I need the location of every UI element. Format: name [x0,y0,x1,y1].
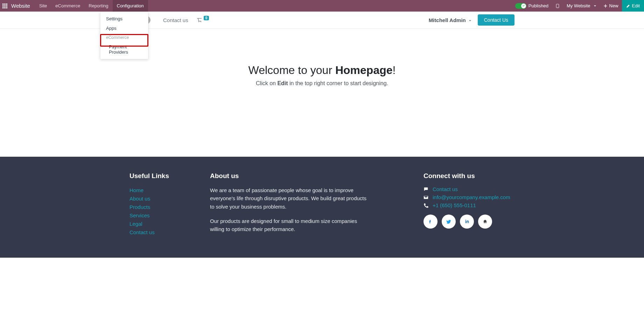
footer-link-contact[interactable]: Contact us [130,228,189,237]
hero-title-prefix: Welcome to your [248,64,335,76]
pencil-icon [626,4,630,8]
svg-rect-7 [4,7,6,8]
new-button[interactable]: New [600,0,622,12]
phone-icon [424,203,428,208]
cart-button[interactable]: 0 [192,17,214,23]
social-twitter[interactable] [442,215,456,229]
publish-label: Published [528,3,548,8]
footer-link-services[interactable]: Services [130,211,189,220]
chat-icon [424,187,428,192]
svg-rect-1 [4,4,6,5]
footer: Useful Links Home About us Products Serv… [0,157,644,258]
dropdown-apps[interactable]: Apps [100,23,148,33]
about-paragraph-2: Our products are designed for small to m… [210,217,368,233]
dropdown-group-ecommerce: eCommerce [100,33,148,42]
facebook-icon [428,219,433,224]
hero-sub-suffix: in the top right corner to start designi… [288,80,388,86]
edit-button[interactable]: Edit [622,0,644,12]
menubar-left: Website Site eCommerce Reporting Configu… [0,0,148,12]
linkedin-icon [464,219,469,224]
toggle-switch[interactable] [515,3,526,9]
my-website-label: My Website [567,3,590,8]
menubar-right: Published My Website New Edit [512,0,644,12]
footer-link-products[interactable]: Products [130,203,189,211]
chevron-down-icon [469,17,471,23]
hero-title-suffix: ! [393,64,396,76]
svg-rect-3 [2,5,4,7]
hero-title-bold: Homepage [335,64,393,76]
hero-subtitle: Click on Edit in the top right corner to… [7,80,637,87]
my-website-dropdown[interactable]: My Website [563,0,600,12]
social-home[interactable] [478,215,492,229]
top-menubar: Website Site eCommerce Reporting Configu… [0,0,644,12]
footer-link-home[interactable]: Home [130,186,189,195]
footer-link-legal[interactable]: Legal [130,220,189,228]
dropdown-settings[interactable]: Settings [100,14,148,23]
social-facebook[interactable] [424,215,438,229]
home-icon [483,219,488,224]
svg-rect-4 [4,5,6,7]
hero-sub-bold: Edit [277,80,288,86]
footer-connect: Connect with us Contact us info@yourcomp… [424,172,514,239]
apps-launcher-button[interactable] [0,0,10,12]
footer-useful-links: Useful Links Home About us Products Serv… [130,172,189,239]
connect-email-row: info@yourcompany.example.com [424,194,514,200]
envelope-icon [424,195,428,200]
edit-label: Edit [632,3,640,8]
twitter-icon [446,219,451,224]
configuration-dropdown: Settings Apps eCommerce Payment Provider… [100,12,148,59]
new-label: New [609,3,618,8]
connect-contact-row: Contact us [424,186,514,192]
hero-sub-prefix: Click on [256,80,277,86]
connect-phone-link[interactable]: +1 (650) 555-0111 [433,202,476,208]
svg-point-10 [557,7,558,7]
publish-toggle[interactable]: Published [512,3,552,9]
hero-section: Welcome to your Homepage! Click on Edit … [0,29,644,157]
useful-links-title: Useful Links [130,172,189,180]
connect-title: Connect with us [424,172,514,180]
app-brand[interactable]: Website [10,0,35,12]
svg-rect-2 [6,4,8,5]
connect-contact-link[interactable]: Contact us [433,186,458,192]
mobile-icon [555,4,560,8]
cart-count-badge: 0 [204,16,209,20]
dropdown-payment-providers[interactable]: Payment Providers [100,42,148,57]
website-header: YourL Contact us 0 Mitchell Admin Contac… [0,12,644,29]
menu-configuration[interactable]: Configuration [113,0,148,12]
footer-link-about[interactable]: About us [130,195,189,203]
connect-phone-row: +1 (650) 555-0111 [424,202,514,208]
menu-ecommerce[interactable]: eCommerce [51,0,84,12]
social-linkedin[interactable] [460,215,474,229]
mobile-preview-button[interactable] [552,0,563,12]
menu-reporting[interactable]: Reporting [84,0,112,12]
chevron-down-icon [594,3,596,8]
svg-point-11 [198,21,199,22]
plus-icon [603,4,608,8]
footer-about: About us We are a team of passionate peo… [210,172,368,239]
cart-icon [197,17,202,23]
svg-point-12 [201,21,201,22]
user-menu[interactable]: Mitchell Admin [429,17,471,23]
user-name: Mitchell Admin [429,17,466,23]
connect-email-link[interactable]: info@yourcompany.example.com [433,194,510,200]
svg-rect-0 [2,4,4,5]
about-paragraph-1: We are a team of passionate people whose… [210,186,368,211]
contact-us-button[interactable]: Contact Us [478,14,514,26]
svg-rect-6 [2,7,4,8]
toggle-knob [521,4,526,8]
nav-contact-us[interactable]: Contact us [159,17,192,23]
svg-rect-8 [6,7,8,8]
about-title: About us [210,172,368,180]
svg-rect-5 [6,5,8,7]
hero-title: Welcome to your Homepage! [7,64,637,77]
menu-site[interactable]: Site [35,0,51,12]
social-icons-row [424,215,514,229]
